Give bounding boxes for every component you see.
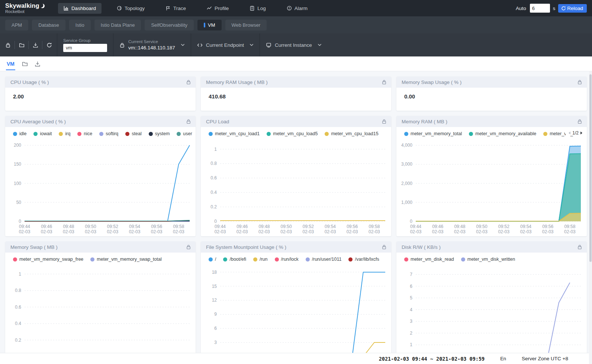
legend-item[interactable]: /boot/efi: [223, 257, 246, 262]
legend-item[interactable]: meter_vm_cpu_load1: [209, 131, 260, 136]
lock-icon[interactable]: [2, 40, 13, 49]
card-lock-icon[interactable]: [186, 119, 191, 124]
legend-item[interactable]: system: [149, 131, 170, 136]
card-lock-icon[interactable]: [186, 79, 191, 85]
service-group-input[interactable]: [63, 44, 107, 52]
chart-filesystem-mountpoint-usage[interactable]: 036912151809:4402-0309:4602-0309:4802-03…: [201, 264, 391, 364]
dashboard-tab-istio-data-plane[interactable]: Istio Data Plane: [94, 20, 141, 30]
card-lock-icon[interactable]: [577, 119, 582, 124]
card-lock-icon[interactable]: [577, 79, 582, 85]
nav-item-topology[interactable]: Topology: [111, 3, 150, 14]
auto-refresh-interval-input[interactable]: [530, 4, 550, 13]
card-lock-icon[interactable]: [577, 244, 582, 250]
svg-text:09:50: 09:50: [85, 224, 96, 229]
legend-item[interactable]: /run/lock: [275, 257, 299, 262]
dashboard-tab-istio[interactable]: Istio: [69, 20, 91, 30]
legend-label: irq: [65, 131, 70, 136]
nav-item-label: Trace: [173, 6, 186, 11]
legend-item[interactable]: /var/lib/lxcfs: [348, 257, 379, 262]
current-service-selector[interactable]: Current Service vm::146.148.110.187: [113, 33, 191, 56]
legend-dot: [461, 257, 465, 261]
current-instance-selector[interactable]: Current Instance: [260, 33, 328, 56]
dashboard-tab-label: Istio: [75, 22, 84, 28]
svg-text:02-03: 02-03: [215, 229, 226, 234]
chart-cpu-load[interactable]: 00.20.40.60.8109:4402-0309:4602-0309:480…: [201, 139, 391, 236]
export-icon[interactable]: [35, 61, 41, 67]
legend-item[interactable]: meter_vm_disk_written: [461, 257, 515, 262]
legend-item[interactable]: steal: [125, 131, 141, 136]
card-lock-icon[interactable]: [382, 244, 387, 250]
nav-item-trace[interactable]: Trace: [160, 3, 192, 14]
legend-item[interactable]: meter_vm_memory_swap_total: [90, 257, 161, 262]
legend-item[interactable]: nice: [77, 131, 92, 136]
legend-item[interactable]: iowait: [33, 131, 52, 136]
legend-dot: [253, 257, 257, 261]
view-tab-row: VM: [0, 56, 592, 71]
server-zone-selector[interactable]: Server Zone UTC +8: [522, 356, 568, 361]
chart-legend: meter_vm_memory_totalmeter_vm_memory_ava…: [396, 127, 587, 139]
legend-item[interactable]: meter_vm_memory_available: [469, 131, 536, 136]
legend-item[interactable]: /: [209, 257, 216, 262]
chart-disk-rw[interactable]: 0123456709:4402-0309:4602-0309:4802-0309…: [396, 264, 587, 364]
dashboard-tab-database[interactable]: Database: [32, 20, 65, 30]
svg-text:09:54: 09:54: [129, 224, 140, 229]
footer-bar: 2021-02-03 09:44 ~ 2021-02-03 09:59 En S…: [0, 353, 592, 364]
legend-item[interactable]: meter_vm_disk_read: [404, 257, 454, 262]
svg-text:02-03: 02-03: [151, 229, 163, 234]
card-header: CPU Usage ( % ): [5, 77, 196, 88]
time-range-picker[interactable]: 2021-02-03 09:44 ~ 2021-02-03 09:59: [379, 356, 485, 362]
chart-memory-swap[interactable]: 00.20.40.60.8109:4402-0309:4602-0309:480…: [5, 264, 196, 364]
svg-text:02-03: 02-03: [107, 229, 118, 234]
dashboard-tab-vm[interactable]: VM: [197, 20, 222, 30]
legend-item[interactable]: /run: [253, 257, 268, 262]
refresh-icon[interactable]: [44, 40, 55, 49]
chart-card-memory-ram: Memory RAM ( MB )meter_vm_memory_totalme…: [396, 116, 587, 236]
nav-item-log[interactable]: Log: [244, 3, 271, 14]
legend-dot: [223, 257, 227, 261]
dashboard-tab-web-browser[interactable]: Web Browser: [225, 20, 267, 30]
nav-item-dashboard[interactable]: Dashboard: [58, 3, 102, 14]
legend-item[interactable]: meter_vm_cpu_load5: [267, 131, 318, 136]
legend-next-page-icon[interactable]: [580, 131, 583, 135]
legend-item[interactable]: idle: [13, 131, 26, 136]
svg-text:09:44: 09:44: [19, 224, 30, 229]
dashboard-tab-apm[interactable]: APM: [5, 20, 28, 30]
nav-item-profile[interactable]: Profile: [201, 3, 234, 14]
legend-item[interactable]: meter_vm_memory_swap_free: [13, 257, 83, 262]
import-icon[interactable]: [30, 40, 41, 49]
reload-button[interactable]: Reload: [558, 4, 587, 13]
legend-item[interactable]: /run/user/1011: [306, 257, 342, 262]
current-service-value: vm::146.148.110.187: [128, 45, 175, 51]
card-header: Disk R/W ( KB/s ): [396, 241, 587, 253]
current-endpoint-selector[interactable]: Current Endpoint: [191, 33, 260, 56]
card-lock-icon[interactable]: [382, 119, 387, 124]
svg-text:02-03: 02-03: [237, 229, 248, 234]
service-group-selector[interactable]: Service Group: [57, 33, 113, 56]
legend-prev-page-icon[interactable]: [568, 131, 571, 135]
folder-icon[interactable]: [22, 61, 28, 67]
svg-text:7: 7: [410, 272, 412, 277]
chart-memory-ram[interactable]: 01,0002,0003,0004,00009:4402-0309:4602-0…: [396, 139, 587, 236]
service-lock-icon: [119, 42, 125, 48]
legend-label: /var/lib/lxcfs: [355, 257, 379, 262]
folder-icon[interactable]: [16, 40, 27, 49]
nav-item-alarm[interactable]: Alarm: [281, 3, 313, 14]
svg-text:09:48: 09:48: [63, 224, 74, 229]
legend-item[interactable]: irq: [59, 131, 70, 136]
svg-text:09:54: 09:54: [325, 224, 336, 229]
dashboard-tab-selfobservability[interactable]: SelfObservability: [145, 20, 194, 30]
card-header: CPU Average Used ( % ): [5, 116, 196, 127]
card-lock-icon[interactable]: [186, 244, 191, 250]
legend-item[interactable]: meter_vm_cpu_load15: [325, 131, 378, 136]
legend-item[interactable]: meter_vm_memory_total: [404, 131, 462, 136]
chart-card-cpu-load: CPU Loadmeter_vm_cpu_load1meter_vm_cpu_l…: [201, 116, 391, 236]
scrollbar-thumb[interactable]: [589, 74, 592, 262]
chart-cpu-average-used[interactable]: 05010015020009:4402-0309:4602-0309:4802-…: [5, 139, 196, 236]
legend-item[interactable]: softirq: [99, 131, 118, 136]
tab-vm[interactable]: VM: [6, 58, 15, 70]
card-lock-icon[interactable]: [382, 79, 387, 85]
language-switch[interactable]: En: [500, 356, 506, 361]
trace-icon: [165, 6, 171, 11]
dashboard-tab-label: APM: [12, 22, 22, 28]
legend-item[interactable]: user: [177, 131, 192, 136]
